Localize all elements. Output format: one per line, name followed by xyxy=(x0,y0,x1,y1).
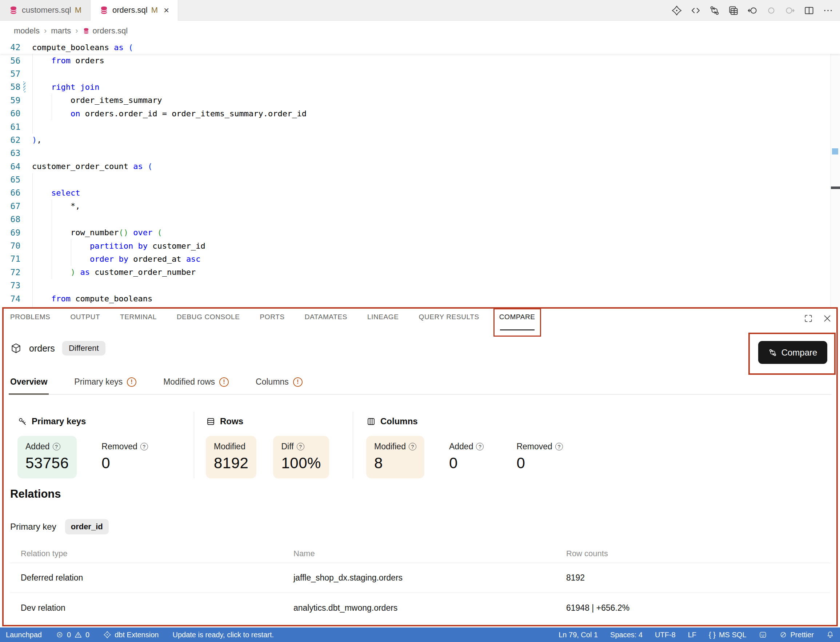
help-circle-icon[interactable]: ? xyxy=(476,443,484,451)
git-compare-icon[interactable] xyxy=(709,5,720,16)
status-item-dbt-extension[interactable]: dbt Extension xyxy=(103,631,159,639)
warning-circle-icon[interactable]: ! xyxy=(293,377,303,387)
warning-circle-icon[interactable]: ! xyxy=(127,377,136,387)
stat-card-label: Removed? xyxy=(101,442,148,452)
code-line-68: 68 xyxy=(0,213,840,226)
code-line-74: 74 from compute_booleans xyxy=(0,292,840,305)
table-cell: Deferred relation xyxy=(10,573,282,583)
circle-x-icon xyxy=(56,631,64,639)
close-panel-icon[interactable] xyxy=(822,314,832,323)
code-preview-icon[interactable] xyxy=(690,5,701,16)
panel-tab-ports[interactable]: PORTS xyxy=(260,313,285,326)
relations-table-header: Relation typeNameRow counts xyxy=(10,544,830,563)
back-circle-icon[interactable] xyxy=(747,5,758,16)
code-text: from compute_booleans xyxy=(20,294,152,303)
editor-tab-orders.sql[interactable]: orders.sqlM× xyxy=(91,0,178,21)
status-item-encoding[interactable]: UTF-8 xyxy=(655,631,676,639)
panel-tab-query-results[interactable]: QUERY RESULTS xyxy=(419,313,479,326)
subtab-primary-keys[interactable]: Primary keys! xyxy=(73,377,138,394)
stat-card-removed: Removed?0 xyxy=(508,436,571,478)
maximize-panel-icon[interactable] xyxy=(804,314,813,323)
code-text: ), xyxy=(20,135,42,144)
subtab-overview[interactable]: Overview xyxy=(9,377,49,394)
help-circle-icon[interactable]: ? xyxy=(409,443,416,451)
panel-tab-debug-console[interactable]: DEBUG CONSOLE xyxy=(177,313,240,326)
line-number: 56 xyxy=(0,56,20,65)
stat-title: Rows xyxy=(206,416,353,426)
next-change-icon[interactable] xyxy=(785,5,796,16)
line-number: 59 xyxy=(0,96,20,105)
status-item-prettier[interactable]: Prettier xyxy=(779,631,814,639)
warning-circle-icon[interactable]: ! xyxy=(219,377,229,387)
stat-card-label-text: Modified xyxy=(214,442,245,452)
dbt-icon xyxy=(103,631,111,639)
code-text: row_number() over ( xyxy=(20,228,162,237)
code-line-70: 70 partition by customer_id xyxy=(0,239,840,252)
help-circle-icon[interactable]: ? xyxy=(297,443,304,451)
editor-scrollbar[interactable] xyxy=(830,41,840,308)
model-name: orders xyxy=(29,343,55,354)
breadcrumb-item[interactable]: marts xyxy=(51,26,71,36)
status-item-problems[interactable]: 00 xyxy=(56,631,89,639)
panel-tab-bar: PROBLEMSOUTPUTTERMINALDEBUG CONSOLEPORTS… xyxy=(10,313,535,326)
vscode-window: customers.sqlMorders.sqlM× models›marts›… xyxy=(0,0,840,642)
panel-tab-terminal[interactable]: TERMINAL xyxy=(120,313,157,326)
help-circle-icon[interactable]: ? xyxy=(555,443,563,451)
code-line-56: 56 from orders xyxy=(0,54,840,67)
panel-tab-datamates[interactable]: DATAMATES xyxy=(305,313,347,326)
help-circle-icon[interactable]: ? xyxy=(140,443,148,451)
panel-tab-output[interactable]: OUTPUT xyxy=(70,313,100,326)
status-item-language-mode[interactable]: { }MS SQL xyxy=(709,631,746,639)
code-text: *, xyxy=(20,201,80,211)
subtab-columns[interactable]: Columns! xyxy=(254,377,304,394)
split-editor-icon[interactable] xyxy=(804,5,814,16)
stat-cards: Modified8192Diff?100% xyxy=(206,436,353,478)
status-text: 0 xyxy=(86,631,89,639)
status-item-indentation[interactable]: Spaces: 4 xyxy=(610,631,642,639)
panel-tab-compare[interactable]: COMPARE xyxy=(499,313,535,326)
stat-card-label: Added? xyxy=(449,442,484,452)
subtab-modified-rows[interactable]: Modified rows! xyxy=(162,377,230,394)
stat-card-diff: Diff?100% xyxy=(273,436,329,478)
editor-tab-customers.sql[interactable]: customers.sqlM xyxy=(0,0,91,20)
line-number: 71 xyxy=(0,254,20,264)
line-number: 62 xyxy=(0,135,20,145)
stat-group-rows: RowsModified8192Diff?100% xyxy=(194,412,353,478)
copy-table-icon[interactable] xyxy=(728,5,739,16)
more-actions-icon[interactable] xyxy=(822,5,834,16)
help-circle-icon[interactable]: ? xyxy=(53,443,60,451)
status-item-update-notice[interactable]: Update is ready, click to restart. xyxy=(172,631,274,639)
dbt-icon[interactable] xyxy=(671,5,682,16)
status-item-launchpad[interactable]: Launchpad xyxy=(6,631,42,639)
breadcrumb-item[interactable]: models xyxy=(14,26,40,36)
status-item-feedback[interactable] xyxy=(759,631,767,639)
line-number: 63 xyxy=(0,148,20,158)
status-item-eol-sequence[interactable]: LF xyxy=(688,631,696,639)
line-number: 60 xyxy=(0,109,20,118)
status-text: 0 xyxy=(67,631,71,639)
column-header: Name xyxy=(282,549,555,558)
line-number: 74 xyxy=(0,294,20,303)
gutter-modified-marker xyxy=(23,81,26,92)
line-number: 70 xyxy=(0,241,20,250)
code-line-63: 63 xyxy=(0,146,840,160)
chevron-right-icon: › xyxy=(44,26,47,36)
panel-tab-lineage[interactable]: LINEAGE xyxy=(367,313,399,326)
chevron-right-icon: › xyxy=(75,26,78,36)
code-editor[interactable]: 42compute_booleans as (56 from orders575… xyxy=(0,41,840,308)
status-item-notifications[interactable] xyxy=(826,631,834,639)
status-text: Prettier xyxy=(791,631,814,639)
relations-heading: Relations xyxy=(10,488,61,501)
stat-cards: Modified?8Added?0Removed?0 xyxy=(366,436,571,478)
compare-button[interactable]: Compare xyxy=(758,341,827,364)
previous-change-icon[interactable] xyxy=(766,5,777,16)
smiley-icon xyxy=(759,631,767,639)
breadcrumb[interactable]: models›marts›orders.sql xyxy=(0,21,840,41)
stat-card-label: Modified? xyxy=(374,442,416,452)
panel-tab-problems[interactable]: PROBLEMS xyxy=(10,313,50,326)
line-number: 69 xyxy=(0,228,20,237)
breadcrumb-file[interactable]: orders.sql xyxy=(83,26,128,36)
panel-tab-label: OUTPUT xyxy=(70,313,100,321)
close-tab-icon[interactable]: × xyxy=(164,5,169,15)
status-item-cursor-position[interactable]: Ln 79, Col 1 xyxy=(559,631,598,639)
